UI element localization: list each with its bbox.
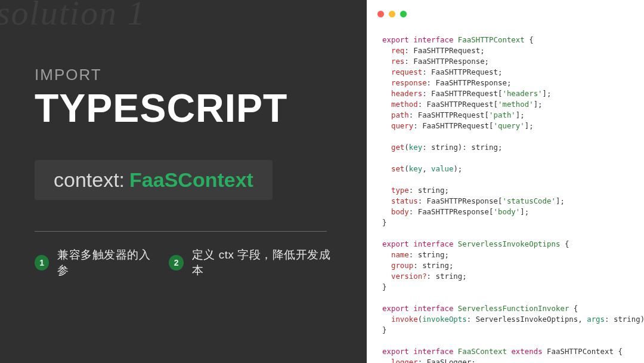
prop: type (391, 186, 409, 195)
base-type: FaaSHTTPContext (547, 347, 614, 356)
kw-export: export (382, 347, 409, 356)
brace: { (529, 35, 533, 44)
lead: : FaaSHTTPRequest[ (409, 110, 489, 119)
page-title: TYPESCRIPT (35, 88, 333, 129)
context-key: context: (54, 168, 125, 192)
prop: query (391, 121, 413, 130)
lead: : FaaSHTTPRequest[ (413, 121, 493, 130)
method: get (391, 143, 404, 152)
kw-interface: interface (413, 304, 453, 313)
lead: : FaaSHTTPRequest[ (418, 100, 498, 109)
minimize-icon (389, 11, 395, 17)
kw-interface: interface (413, 347, 453, 356)
param: args (587, 315, 605, 324)
type-anno: : string; (427, 272, 467, 281)
tail: ]; (520, 207, 529, 216)
lead: : FaaSHTTPResponse[ (418, 196, 503, 205)
prop: body (391, 207, 409, 216)
code-block: export interface FaaSHTTPContext { req: … (382, 35, 639, 363)
type-anno: : FaaSHTTPRequest; (422, 67, 502, 76)
type-anno: : string; (413, 261, 453, 270)
bullet-row: 1 兼容多触发器的入参 2 定义 ctx 字段，降低开发成本 (35, 247, 333, 278)
type-name: FaaSContext (458, 347, 507, 356)
str: 'method' (498, 100, 534, 109)
type-anno: : FaaSHTTPResponse; (404, 57, 489, 66)
str: 'statusCode' (502, 196, 556, 205)
bullet-2: 2 定义 ctx 字段，降低开发成本 (169, 247, 333, 278)
code-window: export interface FaaSHTTPContext { req: … (367, 0, 644, 363)
comma: , (422, 164, 431, 173)
prop: version? (391, 272, 427, 281)
method: invoke (391, 315, 418, 324)
bullet-1: 1 兼容多触发器的入参 (35, 247, 156, 278)
prop: name (391, 250, 409, 259)
brace: { (574, 304, 578, 313)
tail: : string); (605, 315, 644, 324)
mid: : ServerlessInvokeOptipns, (467, 315, 587, 324)
prop: status (391, 196, 418, 205)
bullet-number: 2 (169, 255, 183, 270)
context-pill: context: FaaSContext (35, 160, 273, 200)
sig: ); (453, 164, 462, 173)
tail: ]; (556, 196, 565, 205)
kw-interface: interface (413, 239, 453, 248)
bullet-text: 兼容多触发器的入参 (57, 247, 156, 278)
str: 'body' (494, 207, 521, 216)
brace: { (618, 347, 622, 356)
close-icon (377, 11, 384, 17)
prop: req (391, 46, 404, 55)
window-traffic-lights (377, 11, 407, 17)
left-panel: solution 1 IMPORT TYPESCRIPT context: Fa… (0, 0, 367, 363)
prop: path (391, 110, 409, 119)
brace: { (565, 239, 569, 248)
param: key (409, 143, 422, 152)
type-anno: : FaaSLogger; (418, 358, 476, 363)
str: 'query' (494, 121, 525, 130)
kw-interface: interface (413, 35, 453, 44)
type-anno: : FaaSHTTPRequest; (404, 46, 484, 55)
lead: : FaaSHTTPRequest[ (422, 89, 502, 98)
context-value: FaaSContext (129, 168, 253, 192)
bullet-text: 定义 ctx 字段，降低开发成本 (192, 247, 333, 278)
prop: res (391, 57, 404, 66)
method: set (391, 164, 404, 173)
paren: ( (404, 164, 408, 173)
sig: : string): string; (422, 143, 502, 152)
bullet-number: 1 (35, 255, 49, 270)
tail: ]; (534, 100, 543, 109)
tail: ]; (525, 121, 534, 130)
type-anno: : string; (409, 250, 449, 259)
prop: request (391, 67, 422, 76)
param: value (431, 164, 453, 173)
prop: logger (391, 358, 418, 363)
brace: } (382, 325, 386, 334)
type-name: ServerlessFunctionInvoker (458, 304, 569, 313)
str: 'path' (489, 110, 516, 119)
str: 'headers' (502, 89, 542, 98)
prop: headers (391, 89, 422, 98)
slide: solution 1 IMPORT TYPESCRIPT context: Fa… (0, 0, 644, 363)
kw-export: export (382, 239, 409, 248)
paren: ( (404, 143, 408, 152)
zoom-icon (400, 11, 407, 17)
param: key (409, 164, 422, 173)
lead: : FaaSHTTPResponse[ (409, 207, 494, 216)
param: invokeOpts (422, 315, 467, 324)
prop: method (391, 100, 418, 109)
prop: group (391, 261, 413, 270)
brace: } (382, 218, 386, 227)
prop: response (391, 78, 427, 87)
type-name: FaaSHTTPContext (458, 35, 525, 44)
kw-export: export (382, 304, 409, 313)
kw-export: export (382, 35, 409, 44)
tail: ]; (543, 89, 552, 98)
divider (35, 231, 327, 232)
type-anno: : FaaSHTTPResponse; (427, 78, 512, 87)
brace: } (382, 282, 386, 291)
watermark-text: solution 1 (0, 0, 145, 33)
type-name: ServerlessInvokeOptipns (458, 239, 561, 248)
kw-extends: extends (511, 347, 542, 356)
tail: ]; (516, 110, 525, 119)
import-label: IMPORT (35, 66, 333, 84)
type-anno: : string; (409, 186, 449, 195)
